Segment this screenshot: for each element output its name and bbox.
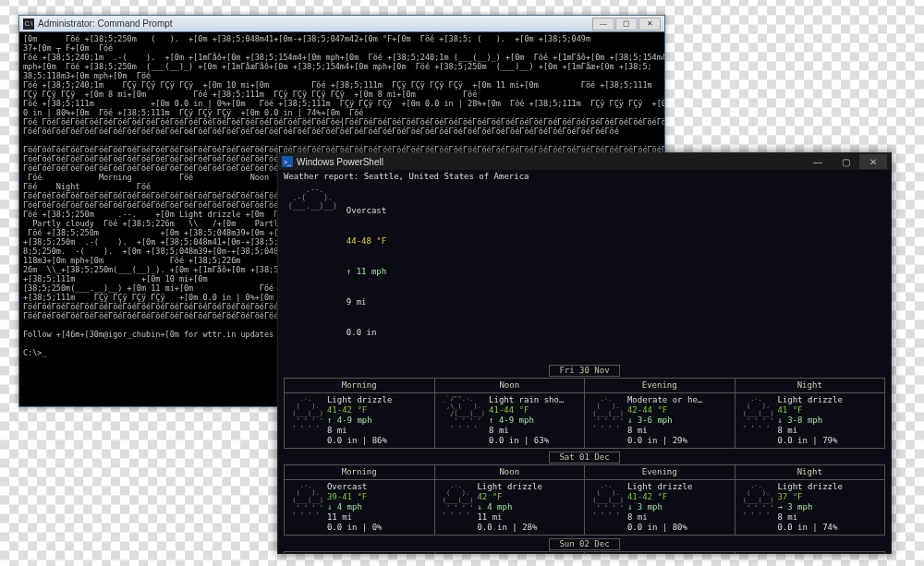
slot-temp: 42-44 °F	[627, 405, 702, 415]
slot-header: Evening	[585, 552, 736, 554]
slot-temp: 39-41 °F	[327, 492, 383, 502]
slot-temp: 41 °F	[777, 405, 842, 415]
slot-visibility: 8 mi	[777, 426, 842, 436]
slot-temp: 41-42 °F	[327, 405, 392, 415]
forecast-cell: .-. ( ). (___(__) ‘ ‘ ‘ ‘ ‘ ‘ ‘ ‘Moderat…	[585, 393, 736, 449]
slot-visibility: 8 mi	[327, 426, 392, 436]
forecast-cell: .-. ( ). (___(__) ‘ ‘ ‘ ‘ ‘ ‘ ‘ ‘Light d…	[585, 480, 736, 536]
maximize-button[interactable]: ▢	[832, 154, 859, 169]
slot-header: Night	[735, 552, 885, 554]
slot-header: Evening	[585, 465, 736, 480]
slot-wind: ⇓ 3-8 mph	[777, 415, 842, 426]
slot-condition: Light drizzle	[777, 482, 842, 492]
slot-precip: 0.0 in | 63%	[489, 436, 564, 446]
slot-condition: Moderate or he…	[627, 395, 702, 405]
slot-header: Morning	[285, 552, 435, 554]
slot-precip: 0.0 in | 0%	[327, 523, 383, 533]
slot-condition: Light drizzle	[777, 395, 842, 405]
slot-wind: ⇓ 4 mph	[327, 502, 383, 512]
day-date: Sat 01 Dec	[284, 452, 885, 464]
day-date: Fri 30 Nov	[284, 365, 885, 377]
slot-condition: Light drizzle	[327, 395, 392, 405]
day-block: Sun 02 DecMorningNoonEveningNight .-. ( …	[284, 538, 885, 553]
forecast-table: MorningNoonEveningNight .-. ( ). (___(__…	[284, 551, 885, 553]
slot-header: Night	[735, 379, 885, 393]
day-block: Fri 30 NovMorningNoonEveningNight .-. ( …	[284, 365, 885, 449]
day-block: Sat 01 DecMorningNoonEveningNight .-. ( …	[284, 452, 885, 536]
current-condition: Overcast	[346, 206, 386, 216]
cloud-icon: .--. .-( ). (___.__)__)	[284, 186, 337, 358]
slot-header: Evening	[585, 379, 736, 393]
slot-header: Noon	[434, 552, 585, 554]
forecast-cell: .-. ( ). (___(__) ‘ ‘ ‘ ‘ ‘ ‘ ‘ ‘Light d…	[735, 393, 885, 449]
slot-wind: → 3 mph	[777, 502, 842, 512]
slot-visibility: 11 mi	[327, 512, 383, 523]
weather-icon: .-. ( ). (___(__) ‘ ‘ ‘ ‘ ‘ ‘ ‘ ‘	[439, 482, 474, 533]
slot-header: Night	[735, 465, 885, 480]
minimize-button[interactable]: ―	[592, 18, 614, 30]
powershell-icon: >_	[282, 156, 293, 167]
forecast-table: MorningNoonEveningNight .-. ( ). (___(__…	[284, 464, 885, 536]
weather-icon: .-. ( ). (___(__) ‘ ‘ ‘ ‘ ‘ ‘ ‘ ‘	[739, 482, 774, 533]
weather-icon: _`/"".-. ,\_( ). /(___(__) ‘ ‘ ‘ ‘ ‘ ‘ ‘…	[439, 395, 486, 446]
forecast-cell: .-. ( ). (___(__) ‘ ‘ ‘ ‘ ‘ ‘ ‘ ‘Light d…	[285, 393, 435, 449]
weather-icon: .-. ( ). (___(__) ‘ ‘ ‘ ‘ ‘ ‘ ‘ ‘	[739, 395, 774, 446]
current-conditions: .--. .-( ). (___.__)__) Overcast 44-48 °…	[284, 186, 885, 358]
maximize-button[interactable]: ▢	[615, 18, 638, 30]
slot-precip: 0.0 in | 28%	[477, 523, 541, 533]
weather-icon: .-. ( ). (___(__) ‘ ‘ ‘ ‘ ‘ ‘ ‘ ‘	[288, 482, 323, 533]
powershell-window: >_ Windows PowerShell ― ▢ ✕ Weather repo…	[277, 152, 892, 554]
slot-temp: 41-44 °F	[489, 405, 564, 415]
slot-header: Noon	[434, 465, 585, 480]
slot-precip: 0.0 in | 74%	[777, 523, 842, 533]
ps-titlebar[interactable]: >_ Windows PowerShell ― ▢ ✕	[278, 153, 891, 170]
weather-icon: .-. ( ). (___(__) ‘ ‘ ‘ ‘ ‘ ‘ ‘ ‘	[288, 395, 323, 446]
slot-condition: Overcast	[327, 482, 383, 492]
forecast-cell: .-. ( ). (___(__) ‘ ‘ ‘ ‘ ‘ ‘ ‘ ‘Overcas…	[285, 480, 435, 536]
day-date: Sun 02 Dec	[284, 538, 885, 550]
current-temp: 44-48 °F	[346, 236, 386, 247]
forecast-cell: .-. ( ). (___(__) ‘ ‘ ‘ ‘ ‘ ‘ ‘ ‘Light d…	[434, 480, 585, 536]
slot-visibility: 8 mi	[489, 426, 564, 436]
weather-icon: .-. ( ). (___(__) ‘ ‘ ‘ ‘ ‘ ‘ ‘ ‘	[589, 395, 624, 446]
slot-visibility: 8 mi	[627, 426, 702, 436]
close-button[interactable]: ✕	[859, 154, 887, 169]
slot-wind: ⇓ 3 mph	[627, 502, 692, 512]
ps-title-text: Windows PowerShell	[297, 157, 383, 167]
slot-precip: 0.0 in | 86%	[327, 436, 392, 446]
forecast-cell: .-. ( ). (___(__) ‘ ‘ ‘ ‘ ‘ ‘ ‘ ‘Light d…	[735, 480, 885, 536]
current-precip: 0.0 in	[346, 328, 386, 338]
slot-wind: ⇓ 4 mph	[477, 502, 541, 512]
forecast-table: MorningNoonEveningNight .-. ( ). (___(__…	[284, 378, 885, 449]
minimize-button[interactable]: ―	[804, 154, 832, 169]
slot-precip: 0.0 in | 79%	[777, 436, 842, 446]
slot-precip: 0.0 in | 29%	[627, 436, 702, 446]
slot-precip: 0.0 in | 80%	[627, 523, 692, 533]
current-visibility: 9 mi	[346, 297, 386, 307]
slot-header: Morning	[285, 379, 435, 393]
cmd-title-text: Administrator: Command Prompt	[38, 18, 173, 29]
slot-wind: ↑ 4-9 mph	[327, 415, 392, 426]
forecast-cell: _`/"".-. ,\_( ). /(___(__) ‘ ‘ ‘ ‘ ‘ ‘ ‘…	[434, 393, 585, 449]
slot-visibility: 8 mi	[627, 512, 692, 523]
slot-condition: Light rain sho…	[489, 395, 564, 405]
slot-header: Noon	[434, 379, 585, 393]
slot-header: Morning	[285, 465, 435, 480]
slot-condition: Light drizzle	[627, 482, 692, 492]
current-wind: ↑ 11 mph	[346, 267, 386, 277]
weather-heading: Weather report: Seattle, United States o…	[284, 172, 885, 182]
cmd-titlebar[interactable]: C:\ Administrator: Command Prompt ― ▢ ✕	[19, 16, 664, 32]
close-button[interactable]: ✕	[638, 18, 661, 30]
slot-condition: Light drizzle	[477, 482, 541, 492]
ps-output[interactable]: Weather report: Seattle, United States o…	[278, 170, 891, 553]
slot-visibility: 11 mi	[477, 512, 541, 523]
slot-temp: 41-42 °F	[627, 492, 692, 502]
cmd-icon: C:\	[23, 18, 34, 30]
slot-temp: 42 °F	[477, 492, 541, 502]
slot-temp: 37 °F	[777, 492, 842, 502]
slot-wind: ↑ 4-9 mph	[489, 415, 564, 426]
slot-wind: ⇓ 3-6 mph	[627, 415, 702, 426]
slot-visibility: 8 mi	[777, 512, 842, 523]
weather-icon: .-. ( ). (___(__) ‘ ‘ ‘ ‘ ‘ ‘ ‘ ‘	[589, 482, 624, 533]
